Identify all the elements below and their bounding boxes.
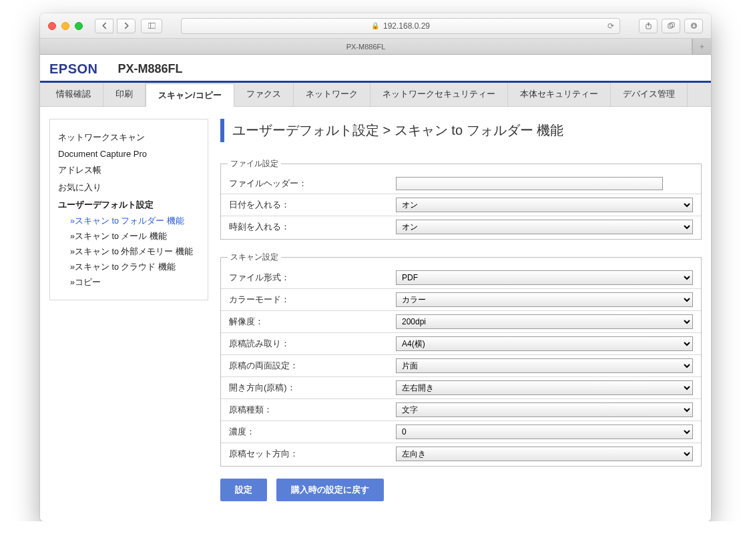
browser-toolbar: 🔒 192.168.0.29 ⟳	[40, 13, 711, 39]
main-tabs: 情報確認 印刷 スキャン/コピー ファクス ネットワーク ネットワークセキュリテ…	[40, 83, 711, 107]
downloads-button[interactable]	[684, 19, 703, 33]
model-name: PX-M886FL	[118, 62, 183, 76]
label-res: 解像度：	[229, 316, 396, 328]
reset-button[interactable]: 購入時の設定に戻す	[276, 479, 384, 501]
tab-network[interactable]: ネットワーク	[294, 83, 370, 106]
main-panel: ユーザーデフォルト設定 > スキャン to フォルダー 機能 ファイル設定 ファ…	[220, 119, 702, 501]
share-button[interactable]	[639, 19, 658, 33]
sidebar-item-netscan[interactable]: ネットワークスキャン	[58, 129, 200, 146]
select-type[interactable]: 文字	[396, 402, 693, 417]
tab-info[interactable]: 情報確認	[40, 83, 103, 106]
label-orient: 原稿セット方向：	[229, 448, 396, 460]
close-window-button[interactable]	[48, 22, 56, 30]
label-format: ファイル形式：	[229, 272, 396, 284]
reload-icon[interactable]: ⟳	[607, 21, 614, 31]
apply-button[interactable]: 設定	[220, 479, 267, 501]
select-density[interactable]: 0	[396, 425, 693, 439]
legend-scan: スキャン設定	[228, 252, 281, 263]
input-file-header[interactable]	[396, 177, 663, 190]
page-content: EPSON PX-M886FL 情報確認 印刷 スキャン/コピー ファクス ネッ…	[40, 55, 711, 521]
label-density: 濃度：	[229, 426, 396, 438]
select-format[interactable]: PDF	[396, 270, 693, 285]
fieldset-file: ファイル設定 ファイルヘッダー： 日付を入れる： オン 時刻を入れる： オン	[220, 158, 702, 240]
sidebar-sub-copy[interactable]: コピー	[58, 275, 200, 290]
row-time: 時刻を入れる： オン	[221, 216, 701, 238]
row-date: 日付を入れる： オン	[221, 194, 701, 216]
sidebar: ネットワークスキャン Document Capture Pro アドレス帳 お気…	[49, 119, 208, 300]
address-text: 192.168.0.29	[383, 21, 430, 31]
brand-bar: EPSON PX-M886FL	[40, 55, 711, 83]
label-color: カラーモード：	[229, 294, 396, 306]
page-title: ユーザーデフォルト設定 > スキャン to フォルダー 機能	[220, 119, 702, 142]
nav-buttons	[95, 19, 136, 33]
select-color[interactable]: カラー	[396, 292, 693, 307]
fieldset-scan: スキャン設定 ファイル形式：PDF カラーモード：カラー 解像度：200dpi …	[220, 252, 702, 467]
select-time[interactable]: オン	[396, 220, 693, 234]
sidebar-sub-cloud[interactable]: スキャン to クラウド 機能	[58, 260, 200, 275]
brand-logo: EPSON	[49, 61, 98, 77]
browser-window: 🔒 192.168.0.29 ⟳ PX-M886FL ＋ EPSON PX-M8…	[40, 13, 711, 521]
minimize-window-button[interactable]	[61, 22, 69, 30]
tab-device-mgmt[interactable]: デバイス管理	[611, 83, 688, 106]
select-read[interactable]: A4(横)	[396, 336, 693, 351]
label-date: 日付を入れる：	[229, 199, 396, 211]
select-binding[interactable]: 左右開き	[396, 380, 693, 395]
sidebar-sub-extmem[interactable]: スキャン to 外部メモリー 機能	[58, 244, 200, 260]
address-bar[interactable]: 🔒 192.168.0.29 ⟳	[181, 18, 620, 34]
sidebar-item-favorites[interactable]: お気に入り	[58, 179, 200, 196]
select-res[interactable]: 200dpi	[396, 314, 693, 329]
label-binding: 開き方向(原稿)：	[229, 382, 396, 394]
select-date[interactable]: オン	[396, 198, 693, 212]
lock-icon: 🔒	[371, 22, 379, 29]
browser-tab[interactable]: PX-M886FL	[40, 39, 692, 54]
label-file-header: ファイルヘッダー：	[229, 178, 396, 190]
label-type: 原稿種類：	[229, 404, 396, 416]
sidebar-toggle-button[interactable]	[141, 19, 162, 33]
new-tab-button[interactable]: ＋	[692, 39, 711, 54]
forward-button[interactable]	[117, 19, 136, 33]
tab-bar: PX-M886FL ＋	[40, 39, 711, 55]
label-time: 時刻を入れる：	[229, 221, 396, 233]
legend-file: ファイル設定	[228, 158, 281, 170]
content-area: ネットワークスキャン Document Capture Pro アドレス帳 お気…	[40, 107, 711, 521]
button-row: 設定 購入時の設定に戻す	[220, 479, 702, 501]
sidebar-item-dcp[interactable]: Document Capture Pro	[58, 146, 200, 162]
tab-network-security[interactable]: ネットワークセキュリティー	[370, 83, 508, 106]
svg-rect-0	[148, 23, 156, 29]
fullscreen-window-button[interactable]	[75, 22, 83, 30]
tabs-overview-button[interactable]	[662, 19, 680, 33]
label-read: 原稿読み取り：	[229, 338, 396, 350]
window-controls	[48, 22, 83, 30]
select-duplex[interactable]: 片面	[396, 358, 693, 373]
select-orient[interactable]: 左向き	[396, 447, 693, 461]
back-button[interactable]	[95, 19, 113, 33]
tab-print[interactable]: 印刷	[103, 83, 146, 106]
tab-device-security[interactable]: 本体セキュリティー	[508, 83, 611, 106]
row-file-header: ファイルヘッダー：	[221, 174, 701, 194]
label-duplex: 原稿の両面設定：	[229, 360, 396, 372]
toolbar-right	[639, 19, 703, 33]
tab-fax[interactable]: ファクス	[234, 83, 294, 106]
sidebar-item-addressbook[interactable]: アドレス帳	[58, 162, 200, 179]
tab-scan-copy[interactable]: スキャン/コピー	[146, 83, 234, 107]
sidebar-sub-folder[interactable]: スキャン to フォルダー 機能	[58, 214, 200, 229]
sidebar-item-userdefault[interactable]: ユーザーデフォルト設定	[58, 196, 200, 214]
sidebar-sub-mail[interactable]: スキャン to メール 機能	[58, 229, 200, 244]
